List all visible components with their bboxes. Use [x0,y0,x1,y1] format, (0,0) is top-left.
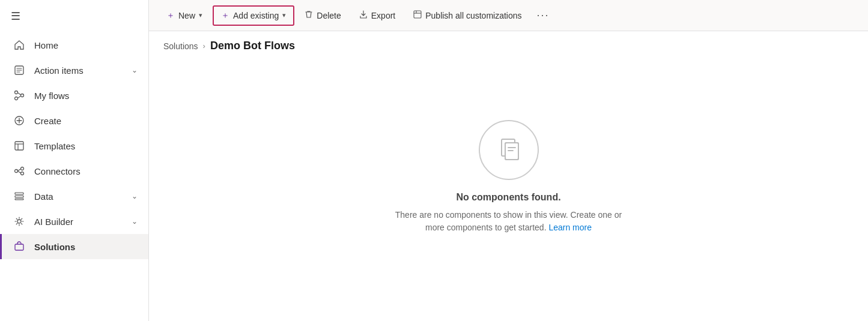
plus-icon: ＋ [166,10,175,21]
no-components-icon [493,134,524,166]
sidebar-item-templates[interactable]: Templates [0,133,148,158]
home-icon [13,38,26,52]
delete-button[interactable]: Delete [297,6,348,25]
export-button[interactable]: Export [351,6,403,25]
svg-point-8 [21,172,24,175]
publish-icon [413,10,422,20]
sidebar-item-label: Solutions [34,242,75,252]
sidebar-item-home[interactable]: Home [0,32,148,58]
publish-button[interactable]: Publish all customizations [405,6,529,25]
sidebar-item-label: Create [34,116,61,126]
sidebar-item-action-items[interactable]: Action items ⌄ [0,58,148,83]
my-flows-icon [13,89,26,102]
chevron-down-icon: ⌄ [132,192,138,200]
svg-point-7 [21,167,24,170]
sidebar-item-solutions[interactable]: Solutions [0,234,148,259]
sidebar-item-ai-builder[interactable]: AI Builder ⌄ [0,209,148,234]
breadcrumb: Solutions › Demo Bot Flows [149,31,868,57]
svg-point-12 [17,220,21,223]
action-items-icon [13,64,26,77]
svg-rect-14 [414,11,421,18]
sidebar-item-label: Templates [34,141,75,151]
sidebar-item-my-flows[interactable]: My flows [0,83,148,108]
create-icon [13,114,26,127]
svg-rect-10 [15,196,23,197]
plus-icon: ＋ [221,10,229,21]
svg-point-3 [15,97,18,100]
connectors-icon [13,164,26,178]
chevron-down-icon: ⌄ [132,66,138,74]
templates-icon [13,139,26,152]
sidebar-item-label: Home [34,40,58,50]
svg-point-6 [15,170,18,173]
svg-rect-11 [15,199,23,200]
empty-state-icon-circle [479,120,539,180]
breadcrumb-current: Demo Bot Flows [210,40,295,52]
ai-builder-icon [13,215,26,228]
svg-rect-13 [15,244,23,250]
svg-point-2 [21,94,24,97]
empty-state-title: No components found. [456,192,560,203]
sidebar-item-label: My flows [34,91,69,101]
chevron-down-icon: ▾ [199,11,202,19]
sidebar-item-label: Data [34,191,53,202]
breadcrumb-parent-link[interactable]: Solutions [163,41,198,51]
empty-state-description: There are no components to show in this … [389,209,629,234]
chevron-down-icon: ▾ [282,11,286,19]
add-existing-button[interactable]: ＋ Add existing ▾ [213,5,294,26]
sidebar-item-create[interactable]: Create [0,108,148,133]
delete-icon [305,10,313,20]
svg-rect-5 [15,142,23,150]
export-icon [359,10,368,20]
data-icon [13,190,26,203]
main-content: ＋ New ▾ ＋ Add existing ▾ Delete [149,0,868,321]
solutions-icon [13,240,26,253]
sidebar: ☰ Home Action items ⌄ [0,0,149,321]
learn-more-link[interactable]: Learn more [548,223,592,232]
svg-rect-16 [505,143,518,160]
new-button[interactable]: ＋ New ▾ [159,6,210,25]
breadcrumb-separator: › [203,41,205,50]
sidebar-item-data[interactable]: Data ⌄ [0,184,148,209]
sidebar-item-connectors[interactable]: Connectors [0,158,148,184]
svg-rect-9 [15,193,23,194]
more-options-button[interactable]: ··· [532,7,554,24]
chevron-down-icon: ⌄ [132,217,138,226]
empty-state: No components found. There are no compon… [149,57,868,321]
svg-point-1 [15,91,18,94]
hamburger-icon[interactable]: ☰ [0,0,148,32]
sidebar-item-label: Connectors [34,166,80,176]
toolbar: ＋ New ▾ ＋ Add existing ▾ Delete [149,0,868,31]
sidebar-item-label: AI Builder [34,217,73,227]
sidebar-item-label: Action items [34,65,83,76]
